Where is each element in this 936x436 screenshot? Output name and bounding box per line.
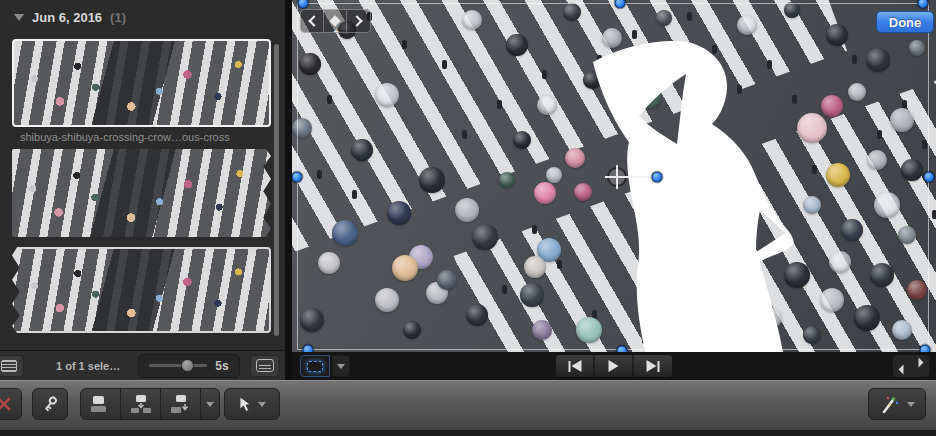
viewer-control-bar [292, 352, 936, 380]
transform-tool-icon [307, 361, 323, 372]
enhancements-button[interactable] [868, 388, 926, 420]
clip-filename: shibuya-shibuya-crossing-crow…ous-cross [0, 127, 285, 147]
keyframe-button[interactable] [324, 10, 347, 32]
connect-clip-icon [90, 395, 112, 413]
previous-edit-button[interactable] [301, 10, 324, 32]
edit-options-dropdown[interactable] [201, 389, 219, 419]
thumbnail-duration-slider-group: 5s [138, 354, 239, 378]
event-group-header[interactable]: Jun 6, 2016 (1) [0, 0, 285, 34]
selection-status: 1 of 1 sele… [56, 360, 120, 372]
key-icon [41, 395, 59, 413]
play-button[interactable] [595, 355, 634, 377]
transport-controls [555, 354, 674, 378]
previous-frame-button[interactable] [556, 355, 595, 377]
connect-edit-button[interactable] [81, 389, 121, 419]
transform-handle-right-center[interactable] [924, 172, 935, 183]
viewer-panel: Done [292, 0, 936, 380]
window-bottom-edge [0, 430, 936, 436]
chevron-right-icon [351, 15, 362, 26]
reject-x-icon [0, 397, 11, 411]
list-view-icon [1, 360, 17, 372]
append-clip-icon [170, 395, 192, 413]
select-tool-button[interactable] [224, 388, 280, 420]
anchor-point-crosshair[interactable] [607, 167, 627, 187]
viewer-nav-group [300, 9, 371, 33]
transform-tool-dropdown[interactable] [332, 355, 350, 377]
transform-handle-bottom-right[interactable] [920, 345, 931, 353]
sidebar-scrollbar[interactable] [274, 44, 279, 336]
previous-frame-icon [568, 361, 570, 372]
event-browser-sidebar: Jun 6, 2016 (1) shibuya-shibuya-crossing… [0, 0, 285, 380]
event-clip-count: (1) [110, 10, 126, 25]
viewer-canvas[interactable]: Done [292, 0, 936, 352]
chevron-down-icon [206, 402, 214, 407]
clip-thumbnail-row-2[interactable] [12, 149, 271, 237]
chevron-left-icon [308, 15, 319, 26]
done-button[interactable]: Done [876, 11, 934, 33]
event-date-title: Jun 6, 2016 [32, 10, 102, 25]
clip-appearance-button[interactable] [250, 355, 280, 377]
next-edit-button[interactable] [347, 10, 370, 32]
duration-value: 5s [215, 359, 228, 373]
chevron-down-icon [907, 402, 915, 407]
transform-handle-bottom-left[interactable] [303, 345, 314, 353]
chevron-down-icon [258, 402, 266, 407]
rotation-handle-line [625, 176, 653, 178]
rotation-handle[interactable] [652, 172, 663, 183]
list-view-button[interactable] [0, 355, 24, 377]
transform-tool-button[interactable] [300, 355, 330, 377]
clip-thumbnail-row-3[interactable] [12, 247, 271, 333]
pointer-arrow-icon [238, 396, 252, 413]
expand-icon [914, 358, 924, 368]
reject-button[interactable] [0, 388, 22, 420]
keyword-editor-button[interactable] [32, 388, 68, 420]
browser-footer-bar: 1 of 1 sele… 5s [0, 350, 285, 380]
transform-handle-left-center[interactable] [292, 172, 303, 183]
clip-thumbnail-row-1[interactable] [12, 39, 271, 127]
duration-slider-thumb[interactable] [181, 359, 194, 372]
disclosure-triangle-icon[interactable] [14, 14, 24, 21]
main-toolbar: 100 % 00:02:33:24 HR MIN SEC FR [0, 380, 936, 430]
insert-edit-button[interactable] [121, 389, 161, 419]
app-window: Jun 6, 2016 (1) shibuya-shibuya-crossing… [0, 0, 936, 436]
play-icon [609, 360, 619, 372]
next-frame-button[interactable] [634, 355, 673, 377]
panel-divider [285, 0, 292, 380]
chevron-down-icon [337, 364, 345, 369]
edit-buttons-group [80, 388, 220, 420]
append-edit-button[interactable] [161, 389, 201, 419]
insert-clip-icon [130, 395, 152, 413]
fullscreen-button[interactable] [892, 354, 930, 378]
clip-appearance-icon [256, 359, 274, 372]
duration-slider[interactable] [149, 364, 207, 367]
next-frame-icon [647, 360, 657, 372]
keyframe-diamond-icon [329, 15, 340, 26]
magic-wand-icon [879, 394, 899, 414]
